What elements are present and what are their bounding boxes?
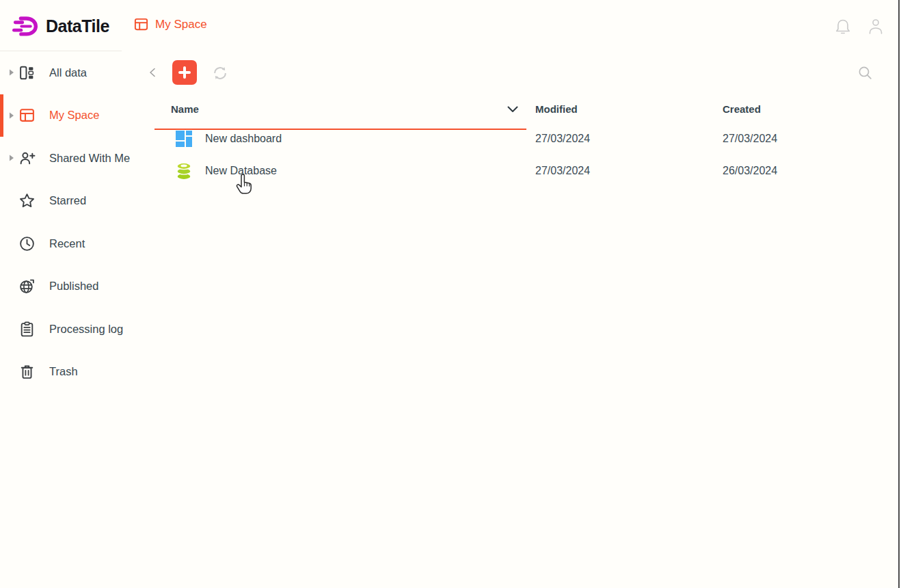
sidebar-item-label: Trash [49, 365, 78, 378]
expand-triangle-icon[interactable] [9, 112, 14, 119]
sidebar-item-label: Starred [49, 194, 86, 207]
table-row-new-dashboard[interactable]: New dashboard 27/03/2024 27/03/2024 [161, 122, 882, 155]
modified-date: 27/03/2024 [535, 165, 723, 177]
sidebar-item-processing-log[interactable]: Processing log [0, 308, 157, 351]
database-icon [175, 162, 193, 180]
row-name-cell: New Database [161, 162, 535, 180]
name-column-underline [154, 129, 526, 130]
item-name: New dashboard [205, 133, 282, 145]
sidebar-item-recent[interactable]: Recent [0, 222, 157, 265]
sidebar-item-starred[interactable]: Starred [0, 180, 157, 223]
sidebar-item-label: Published [49, 280, 98, 293]
app-name: DataTile [46, 16, 109, 36]
sidebar-item-label: My Space [49, 109, 99, 122]
layout-icon [133, 16, 149, 32]
row-name-cell: New dashboard [161, 130, 535, 148]
sidebar-item-label: Processing log [49, 323, 123, 336]
dashboard-icon [175, 130, 193, 148]
sidebar-item-trash[interactable]: Trash [0, 351, 157, 394]
table-row-new-database[interactable]: New Database 27/03/2024 26/03/2024 [161, 155, 882, 187]
created-date: 26/03/2024 [723, 165, 882, 177]
my-space-icon [18, 107, 36, 124]
sidebar-item-my-space[interactable]: My Space [0, 94, 157, 137]
column-header-created[interactable]: Created [723, 103, 882, 115]
sidebar-item-label: Recent [49, 237, 85, 250]
refresh-icon[interactable] [211, 64, 230, 83]
expand-triangle-icon[interactable] [9, 155, 14, 161]
collapse-chevron-icon[interactable] [147, 66, 158, 79]
add-button[interactable] [172, 60, 197, 85]
star-icon [18, 192, 36, 209]
sidebar: All data My Space [0, 51, 157, 393]
chevron-down-icon[interactable] [507, 105, 519, 113]
column-header-name[interactable]: Name [161, 103, 535, 115]
globe-icon [18, 278, 36, 295]
clipboard-icon [18, 321, 36, 338]
shared-with-me-icon [18, 150, 36, 167]
column-header-modified[interactable]: Modified [535, 103, 723, 115]
clock-icon [18, 235, 36, 252]
item-name: New Database [205, 165, 277, 177]
all-data-icon [18, 64, 36, 81]
sidebar-item-label: All data [49, 66, 87, 79]
trash-icon [18, 363, 36, 380]
user-icon[interactable] [866, 16, 885, 37]
sidebar-item-label: Shared With Me [49, 152, 130, 165]
search-icon[interactable] [857, 64, 874, 81]
expand-triangle-icon[interactable] [9, 69, 14, 76]
datatile-logo-icon [12, 12, 41, 40]
column-header-name-label: Name [171, 103, 199, 115]
bell-icon[interactable] [833, 16, 852, 37]
files-table: Name Modified Created [161, 96, 882, 187]
plus-icon [178, 66, 191, 79]
app-window: DataTile My Space [0, 0, 901, 588]
sidebar-item-all-data[interactable]: All data [0, 51, 157, 94]
app-logo: DataTile [12, 12, 109, 40]
window-right-edge [898, 0, 900, 588]
table-header-row: Name Modified Created [161, 96, 882, 122]
workspace-tab-label: My Space [155, 18, 207, 31]
workspace-tab-my-space[interactable]: My Space [133, 16, 207, 32]
modified-date: 27/03/2024 [535, 133, 723, 145]
top-header: DataTile My Space [0, 0, 901, 51]
sidebar-item-shared-with-me[interactable]: Shared With Me [0, 137, 157, 180]
sidebar-item-published[interactable]: Published [0, 265, 157, 308]
created-date: 27/03/2024 [723, 133, 882, 145]
